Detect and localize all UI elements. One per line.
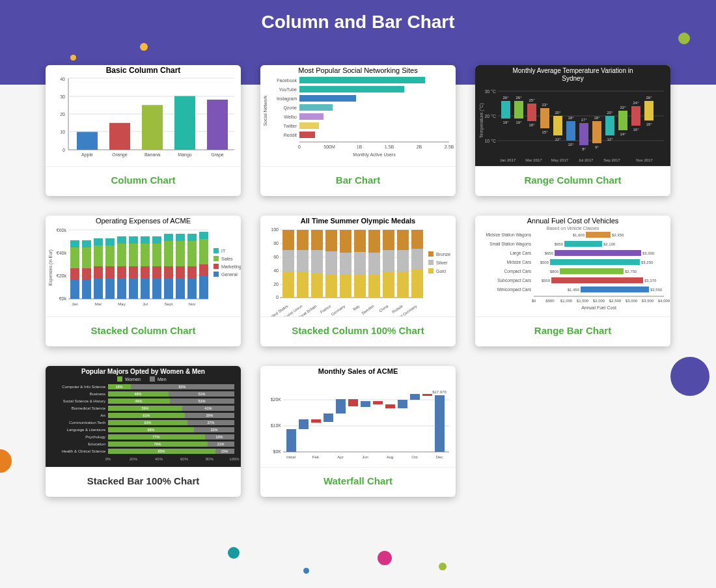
svg-rect-62 [592, 121, 601, 143]
svg-text:China: China [378, 304, 389, 313]
svg-text:Large Cars: Large Cars [510, 251, 532, 256]
svg-text:40%: 40% [155, 457, 163, 461]
svg-rect-111 [82, 280, 91, 299]
svg-rect-207 [397, 250, 409, 272]
svg-rect-200 [368, 230, 380, 253]
svg-text:€20k: €20k [57, 273, 67, 278]
svg-text:100%: 100% [229, 457, 240, 461]
svg-rect-339 [311, 419, 321, 423]
card-range-column-chart[interactable]: Monthly Average Temperature Variation in… [475, 65, 670, 196]
thumb-stacked-100: All Time Summer Olympic Medals 1008060 4… [260, 216, 456, 317]
svg-rect-37 [299, 132, 315, 138]
svg-rect-204 [383, 250, 394, 272]
svg-rect-348 [422, 394, 432, 396]
svg-rect-153 [199, 239, 208, 264]
svg-text:26°: 26° [516, 96, 522, 100]
svg-rect-191 [325, 230, 337, 251]
svg-text:$2,100: $2,100 [603, 242, 616, 246]
card-label: Range Bar Chart [475, 317, 670, 346]
card-stacked-column-chart[interactable]: Operating Expenses of ACME Expenses (in … [46, 216, 241, 346]
svg-text:$950: $950 [555, 242, 564, 246]
svg-text:Basic Column Chart: Basic Column Chart [106, 66, 181, 75]
svg-rect-117 [94, 245, 103, 266]
svg-text:Social Science & History: Social Science & History [63, 399, 105, 403]
svg-text:20%: 20% [130, 457, 138, 461]
svg-text:49%: 49% [135, 399, 142, 403]
svg-text:Computer & Info Science: Computer & Info Science [62, 385, 105, 389]
card-stacked-bar-100-chart[interactable]: Popular Majors Opted by Women & Men Wome… [46, 366, 241, 497]
svg-rect-199 [354, 274, 366, 298]
svg-text:8°: 8° [582, 147, 586, 151]
svg-rect-134 [141, 236, 150, 244]
svg-rect-184 [282, 272, 294, 298]
svg-rect-64 [618, 111, 627, 130]
svg-rect-198 [354, 252, 366, 274]
svg-rect-190 [311, 273, 323, 298]
svg-text:Jan 2017: Jan 2017 [500, 158, 516, 162]
svg-text:$3,550: $3,550 [650, 288, 663, 292]
svg-rect-55 [501, 101, 510, 119]
svg-text:Oct: Oct [411, 455, 418, 459]
svg-text:10 °C: 10 °C [484, 139, 496, 143]
svg-text:Jul 2017: Jul 2017 [579, 158, 594, 162]
svg-rect-60 [566, 121, 575, 141]
svg-rect-119 [105, 278, 115, 299]
svg-text:2.5B: 2.5B [445, 145, 454, 149]
svg-text:Based on Vehicle Classes: Based on Vehicle Classes [547, 226, 599, 231]
svg-text:20: 20 [273, 282, 279, 287]
svg-text:24°: 24° [633, 101, 639, 105]
svg-text:80: 80 [273, 241, 279, 245]
svg-rect-241 [560, 268, 624, 274]
card-stacked-column-100-chart[interactable]: All Time Summer Olympic Medals 1008060 4… [260, 216, 456, 346]
svg-text:Education: Education [88, 442, 105, 446]
svg-text:100: 100 [271, 227, 279, 232]
svg-rect-15 [174, 96, 195, 150]
svg-text:14°: 14° [620, 132, 626, 136]
svg-rect-167 [213, 272, 219, 277]
svg-text:18°: 18° [646, 122, 652, 126]
svg-text:Minicompact Cars: Minicompact Cars [497, 287, 532, 292]
svg-rect-203 [383, 230, 394, 250]
svg-text:Instagram: Instagram [277, 96, 297, 102]
svg-text:10°: 10° [568, 143, 574, 147]
svg-rect-33 [299, 95, 356, 102]
svg-rect-206 [397, 230, 409, 250]
svg-text:Monthly Active Users: Monthly Active Users [353, 152, 396, 158]
svg-rect-13 [109, 123, 130, 150]
card-range-bar-chart[interactable]: Annual Fuel Cost of Vehicles Based on Ve… [475, 216, 670, 346]
svg-text:Popular Majors Opted by Women : Popular Majors Opted by Women & Men [81, 368, 205, 375]
svg-rect-141 [164, 241, 173, 266]
svg-text:0: 0 [62, 148, 65, 152]
svg-rect-210 [411, 249, 423, 269]
svg-rect-150 [187, 234, 197, 241]
card-waterfall-chart[interactable]: Monthly Sales of ACME $20K$10K$0K [260, 366, 456, 497]
svg-rect-108 [70, 268, 79, 280]
svg-text:26°: 26° [503, 96, 509, 100]
svg-text:Reddit: Reddit [284, 133, 297, 137]
svg-text:YouTube: YouTube [279, 87, 297, 92]
svg-text:$2,500: $2,500 [609, 299, 622, 303]
svg-rect-66 [644, 101, 654, 120]
svg-text:23°: 23° [542, 103, 548, 107]
svg-text:$2,350: $2,350 [612, 233, 624, 237]
svg-rect-148 [187, 266, 197, 278]
svg-text:Temperature (°C): Temperature (°C) [479, 103, 484, 138]
svg-text:32%: 32% [210, 428, 217, 432]
svg-rect-346 [398, 400, 407, 408]
svg-text:$3,250: $3,250 [641, 260, 654, 264]
svg-rect-242 [551, 277, 643, 283]
svg-rect-342 [348, 399, 358, 406]
card-bar-chart[interactable]: Most Popular Social Networking Sites Fac… [260, 65, 456, 196]
svg-text:Sales: Sales [221, 257, 233, 261]
svg-text:0%: 0% [105, 457, 111, 461]
decor-dot [140, 43, 148, 51]
chart-grid: Basic Column Chart 0 10 20 30 40 [0, 65, 716, 575]
svg-rect-127 [129, 278, 138, 299]
svg-rect-124 [117, 266, 126, 278]
card-column-chart[interactable]: Basic Column Chart 0 10 20 30 40 [46, 65, 241, 196]
svg-text:37%: 37% [207, 421, 214, 425]
svg-rect-57 [527, 104, 536, 121]
svg-rect-154 [199, 232, 208, 239]
svg-text:68%: 68% [147, 428, 154, 432]
svg-text:Health & Clinical Science: Health & Clinical Science [62, 449, 106, 453]
